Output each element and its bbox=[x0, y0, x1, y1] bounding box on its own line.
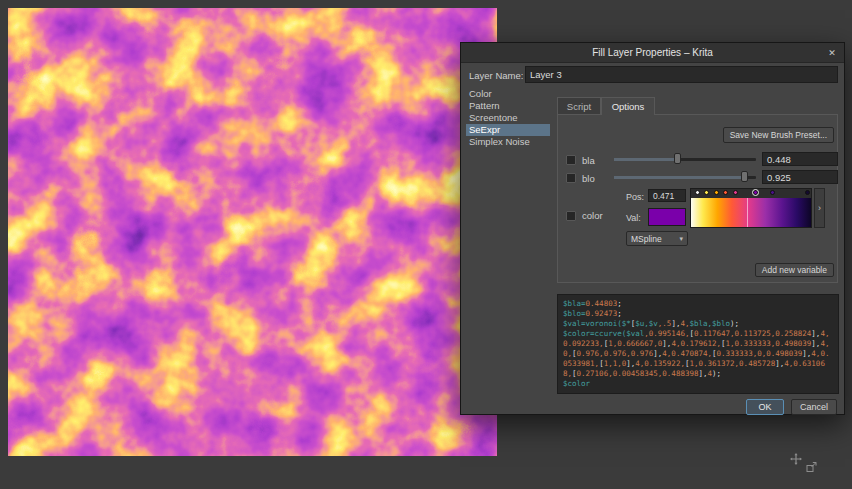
generator-list: Color Pattern Screentone SeExpr Simplex … bbox=[466, 88, 550, 148]
generator-item-seexpr[interactable]: SeExpr bbox=[466, 124, 550, 136]
gradient-stop[interactable] bbox=[753, 190, 758, 195]
tab-script[interactable]: Script bbox=[557, 97, 601, 114]
gradient-stop[interactable] bbox=[714, 190, 719, 195]
save-new-brush-preset-button[interactable]: Save New Brush Preset... bbox=[723, 127, 834, 143]
layer-name-label: Layer Name: bbox=[469, 67, 523, 84]
blo-value-field[interactable]: 0.925 bbox=[762, 170, 838, 184]
val-label: Val: bbox=[626, 209, 641, 227]
ok-button[interactable]: OK bbox=[746, 399, 784, 415]
gradient-stop[interactable] bbox=[733, 190, 738, 195]
canvas[interactable] bbox=[8, 8, 497, 456]
gradient-bar[interactable] bbox=[691, 198, 811, 227]
script-line: $color=ccurve($val,0.995146,[0.117647,0.… bbox=[563, 329, 833, 379]
gradient-stop[interactable] bbox=[770, 190, 775, 195]
gradient-stop[interactable] bbox=[695, 190, 700, 195]
gradient-stop[interactable] bbox=[723, 190, 728, 195]
gradient-next-button[interactable]: › bbox=[814, 188, 825, 228]
pos-input[interactable]: 0.471 bbox=[648, 189, 686, 202]
fill-layer-properties-dialog: Fill Layer Properties – Krita ✕ Layer Na… bbox=[460, 42, 845, 415]
script-line: $bla=0.44803; bbox=[563, 299, 833, 309]
color-checkbox[interactable] bbox=[566, 211, 576, 221]
bla-checkbox[interactable] bbox=[566, 155, 576, 165]
add-new-variable-button[interactable]: Add new variable bbox=[755, 263, 834, 277]
move-cursor-icon bbox=[790, 453, 802, 465]
script-line: $val=voronoi($*[$u,$v,.5],4,$bla,$blo); bbox=[563, 319, 833, 329]
script-line: $color bbox=[563, 379, 833, 389]
seexpr-script[interactable]: $bla=0.44803;$blo=0.92473;$val=voronoi($… bbox=[557, 294, 839, 394]
close-icon[interactable]: ✕ bbox=[825, 46, 839, 60]
chevron-down-icon: ▾ bbox=[679, 235, 683, 243]
dialog-titlebar[interactable]: Fill Layer Properties – Krita ✕ bbox=[461, 43, 844, 63]
chevron-right-icon: › bbox=[818, 203, 821, 213]
gradient-position-cursor[interactable] bbox=[747, 198, 748, 227]
blo-label: blo bbox=[582, 173, 595, 184]
slider-handle[interactable] bbox=[741, 171, 748, 182]
app-background: { "window": { "title": "Fill Layer Prope… bbox=[0, 0, 852, 489]
bla-value-field[interactable]: 0.448 bbox=[762, 152, 838, 166]
slider-fill bbox=[614, 176, 745, 179]
tab-options[interactable]: Options bbox=[601, 97, 655, 115]
transform-icon bbox=[806, 462, 817, 473]
gradient-stop[interactable] bbox=[805, 190, 810, 195]
gradient-stops-strip bbox=[691, 189, 811, 198]
gradient-editor[interactable] bbox=[690, 188, 812, 228]
dialog-title: Fill Layer Properties – Krita bbox=[592, 47, 713, 58]
generator-item-screentone[interactable]: Screentone bbox=[466, 112, 550, 124]
generator-item-simplex-noise[interactable]: Simplex Noise bbox=[466, 136, 550, 148]
blo-slider[interactable] bbox=[614, 170, 756, 184]
layer-name-input[interactable]: Layer 3 bbox=[525, 66, 838, 83]
corner-tool-icons bbox=[790, 453, 824, 477]
generator-item-color[interactable]: Color bbox=[466, 88, 550, 100]
cancel-button[interactable]: Cancel bbox=[791, 399, 837, 415]
color-label: color bbox=[582, 210, 603, 221]
interpolation-dropdown[interactable]: MSpline ▾ bbox=[626, 231, 688, 246]
slider-fill bbox=[614, 158, 678, 161]
value-color-swatch[interactable] bbox=[648, 208, 686, 226]
bla-label: bla bbox=[582, 155, 595, 166]
interpolation-value: MSpline bbox=[631, 234, 662, 244]
blo-checkbox[interactable] bbox=[566, 173, 576, 183]
bla-slider[interactable] bbox=[614, 152, 756, 166]
script-line: $blo=0.92473; bbox=[563, 309, 833, 319]
seexpr-noise-pattern bbox=[8, 8, 497, 456]
generator-item-pattern[interactable]: Pattern bbox=[466, 100, 550, 112]
gradient-stop[interactable] bbox=[704, 190, 709, 195]
pos-label: Pos: bbox=[626, 190, 644, 203]
options-tab-panel: Save New Brush Preset... bla 0.448 blo 0… bbox=[557, 114, 838, 283]
slider-handle[interactable] bbox=[674, 153, 681, 164]
